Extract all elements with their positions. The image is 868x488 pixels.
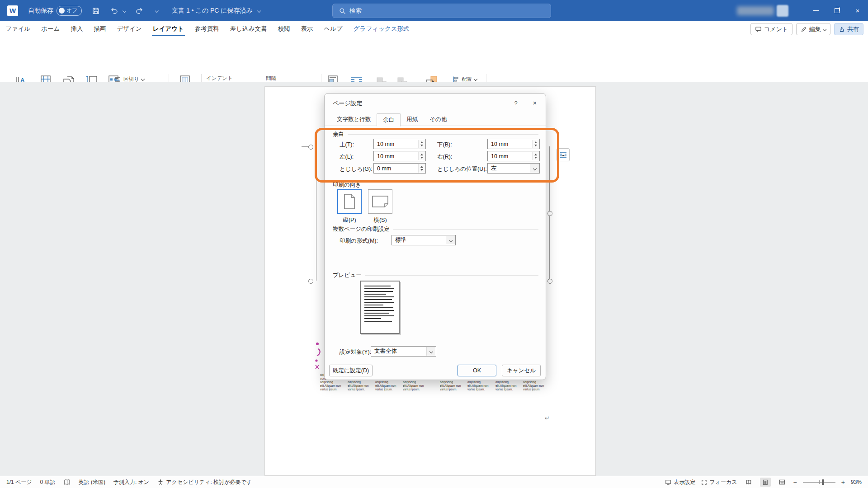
word-count[interactable]: 0 単語: [40, 479, 56, 486]
display-settings-button[interactable]: 表示設定: [665, 479, 695, 486]
focus-button[interactable]: フォーカス: [701, 479, 737, 486]
zoom-in-button[interactable]: +: [841, 479, 845, 486]
selection-handle[interactable]: [547, 211, 552, 216]
dropdown-arrow-icon[interactable]: [426, 347, 435, 356]
tab-layout[interactable]: レイアウト: [147, 21, 189, 36]
document-title[interactable]: 文書 1 • この PC に保存済み: [172, 7, 260, 15]
autosave-pill[interactable]: オフ: [57, 6, 82, 16]
share-button[interactable]: 共有: [834, 23, 863, 35]
margin-bottom-input[interactable]: 10 mm: [487, 139, 540, 149]
set-as-default-button[interactable]: 既定に設定(D): [329, 365, 373, 376]
gutter-position-value: 左: [491, 164, 497, 172]
dialog-tab-paper[interactable]: 用紙: [401, 113, 424, 126]
dialog-close-button[interactable]: ×: [528, 97, 542, 108]
tab-view[interactable]: 表示: [295, 21, 318, 36]
proofing-book-icon: [64, 479, 71, 485]
selection-handle[interactable]: [308, 145, 313, 150]
layout-options-button[interactable]: [557, 148, 570, 161]
tab-insert[interactable]: 挿入: [65, 21, 88, 36]
tab-design[interactable]: デザイン: [111, 21, 147, 36]
gutter-input[interactable]: 0 mm: [373, 163, 426, 174]
chevron-down-icon: [123, 9, 126, 12]
restore-icon: [835, 8, 840, 13]
margin-bottom-label: 下(B):: [437, 141, 452, 149]
dialog-help-button[interactable]: ?: [511, 98, 521, 108]
dialog-tab-other[interactable]: その他: [424, 113, 453, 126]
autosave-knob: [59, 8, 65, 14]
selection-handle[interactable]: [308, 279, 313, 284]
tab-file[interactable]: ファイル: [0, 21, 36, 36]
gutter-value: 0 mm: [377, 165, 391, 172]
page-indicator[interactable]: 1/1 ページ: [6, 479, 32, 486]
save-button[interactable]: [92, 7, 100, 15]
word-logo-icon[interactable]: W: [7, 5, 18, 16]
print-layout-button[interactable]: [760, 478, 771, 487]
tab-home[interactable]: ホーム: [36, 21, 65, 36]
landscape-page-icon: [372, 195, 389, 208]
apply-to-dropdown[interactable]: 文書全体: [371, 346, 436, 357]
dialog-tab-chars-lines[interactable]: 文字数と行数: [331, 113, 377, 126]
tab-review[interactable]: 校閲: [272, 21, 295, 36]
margin-right-input[interactable]: 10 mm: [487, 151, 540, 161]
tab-references[interactable]: 参考資料: [189, 21, 225, 36]
zoom-slider[interactable]: [803, 479, 835, 485]
read-mode-button[interactable]: [743, 478, 754, 487]
maximize-button[interactable]: [826, 0, 847, 21]
pencil-icon: [801, 26, 807, 33]
minimize-button[interactable]: [806, 0, 826, 21]
search-box[interactable]: 検索: [332, 4, 551, 18]
language-indicator[interactable]: 英語 (米国): [79, 479, 105, 486]
editing-button[interactable]: 編集: [796, 23, 830, 35]
tab-help[interactable]: ヘルプ: [318, 21, 348, 36]
margin-right-label: 右(R):: [437, 153, 452, 161]
dialog-tab-margins[interactable]: 余白: [377, 113, 401, 127]
selection-handle[interactable]: [547, 279, 552, 284]
landscape-button[interactable]: [368, 189, 392, 214]
share-label: 共有: [847, 25, 859, 33]
zoom-out-button[interactable]: −: [793, 479, 797, 486]
spinner[interactable]: [418, 152, 425, 160]
close-button[interactable]: ×: [847, 0, 868, 21]
spinner[interactable]: [532, 152, 539, 160]
multi-page-group-label: 複数ページの印刷設定: [333, 225, 390, 233]
web-layout-button[interactable]: [777, 478, 788, 487]
comments-button[interactable]: コメント: [750, 23, 793, 35]
dialog-tabs: 文字数と行数 余白 用紙 その他: [325, 113, 546, 126]
dropdown-arrow-icon[interactable]: [446, 236, 455, 244]
autosave-toggle[interactable]: 自動保存 オフ: [28, 6, 82, 16]
quick-access-options-button[interactable]: [154, 9, 158, 12]
print-format-label: 印刷の形式(M):: [340, 237, 378, 245]
ribbon-tab-row: ファイル ホーム 挿入 描画 デザイン レイアウト 参考資料 差し込み文書 校閲…: [0, 21, 868, 36]
chevron-down-icon: [257, 9, 261, 12]
accessibility-status[interactable]: アクセシビリティ: 検討が必要です: [157, 479, 252, 486]
tab-draw[interactable]: 描画: [88, 21, 111, 36]
tab-mailings[interactable]: 差し込み文書: [225, 21, 273, 36]
zoom-slider-thumb[interactable]: [822, 479, 824, 485]
zoom-level[interactable]: 93%: [851, 479, 862, 485]
spinner[interactable]: [418, 164, 425, 173]
landscape-label: 横(S): [368, 216, 392, 224]
gutter-position-dropdown[interactable]: 左: [487, 163, 540, 174]
undo-button[interactable]: [110, 7, 126, 15]
ok-button[interactable]: OK: [458, 365, 496, 376]
proofing-status[interactable]: [64, 479, 71, 485]
redo-button[interactable]: [136, 7, 144, 15]
spinner[interactable]: [418, 140, 425, 148]
orientation-group-label: 印刷の向き: [333, 181, 361, 189]
focus-icon: [701, 479, 707, 485]
margin-top-input[interactable]: 10 mm: [373, 139, 426, 149]
tab-graphics-format[interactable]: グラフィックス形式: [348, 21, 415, 36]
avatar[interactable]: [777, 5, 788, 17]
portrait-button[interactable]: [337, 189, 362, 214]
portrait-label: 縦(P): [337, 216, 362, 224]
account-name-blurred[interactable]: [737, 6, 774, 15]
dropdown-arrow-icon[interactable]: [530, 164, 539, 173]
print-format-dropdown[interactable]: 標準: [392, 235, 456, 245]
cancel-button[interactable]: キャンセル: [502, 365, 541, 376]
text-prediction[interactable]: 予測入力: オン: [113, 479, 149, 486]
selection-border: [316, 146, 316, 281]
preview-page: [360, 281, 400, 334]
portrait-page-icon: [344, 193, 355, 210]
spinner[interactable]: [532, 140, 539, 148]
margin-left-input[interactable]: 10 mm: [373, 151, 426, 161]
